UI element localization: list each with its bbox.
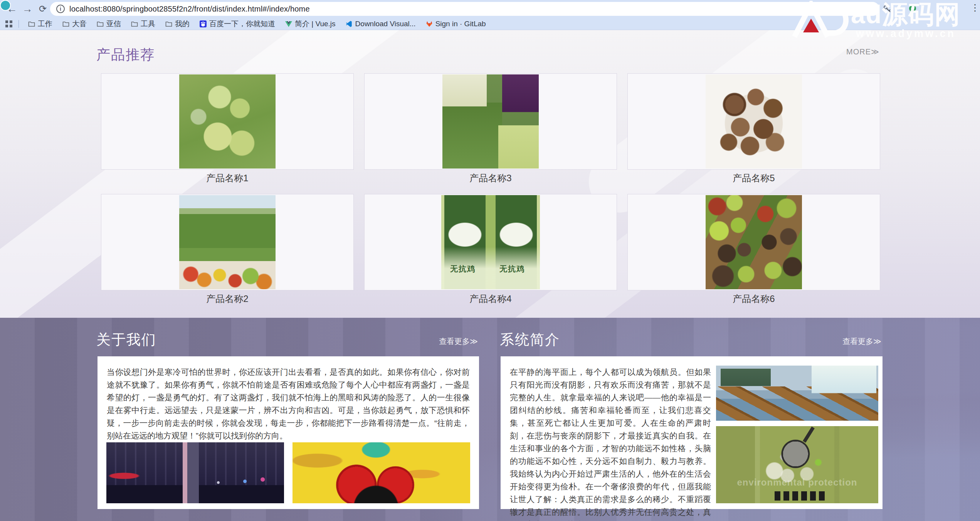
bookmark-label: 简介 | Vue.js: [295, 19, 336, 29]
bookmark-gitlab[interactable]: Sign in · GitLab: [423, 19, 489, 29]
system-body-text: 在平静的海平面上，每个人都可以成为领航员。但如果只有阳光而没有阴影，只有欢乐而没…: [510, 366, 711, 521]
bookmark-folder-yaxin[interactable]: 亚信: [94, 18, 124, 30]
bookmark-label: 大音: [72, 19, 87, 29]
bookmark-vue[interactable]: 简介 | Vue.js: [282, 18, 339, 30]
system-title: 系统简介: [500, 330, 560, 349]
bookmark-label: Download Visual...: [355, 20, 416, 28]
product-name: 产品名称5: [627, 173, 880, 184]
product-card-2[interactable]: 产品名称2: [101, 194, 354, 304]
about-more-link[interactable]: 查看更多≫: [439, 336, 478, 347]
bookmarks-bar: 工作 大音 亚信 工具 我的 百度一下，你就知道 简介 | Vue.js Dow…: [0, 18, 980, 30]
system-panel: 在平静的海平面上，每个人都可以成为领航员。但如果只有阳光而没有阴影，只有欢乐而没…: [501, 356, 883, 509]
product-card-5[interactable]: 产品名称5: [627, 73, 880, 184]
products-section: 产品推荐 MORE≫ 产品名称1 产品名称3 产品名称5 产品名称2 无抗鸡 无…: [0, 30, 980, 318]
bookmark-vscode[interactable]: Download Visual...: [343, 19, 419, 29]
environment-poster-image: environmental protection: [716, 426, 878, 503]
product-name: 产品名称4: [364, 293, 617, 304]
about-images: [106, 442, 470, 503]
site-info-icon[interactable]: i: [56, 5, 65, 13]
bookmark-label: 工作: [38, 19, 52, 29]
product-name: 产品名称3: [364, 173, 617, 184]
password-key-icon[interactable]: [883, 4, 892, 15]
drummer-cartoon-image: [292, 442, 470, 503]
system-images: environmental protection: [716, 366, 878, 503]
folder-icon: [165, 20, 172, 27]
product-card-4[interactable]: 无抗鸡 无抗鸡 产品名称4: [364, 194, 617, 304]
folder-icon: [62, 20, 69, 27]
bookmark-folder-mine[interactable]: 我的: [162, 18, 193, 30]
bookmark-label: 亚信: [106, 19, 121, 29]
menu-kebab-icon[interactable]: ⋮: [970, 2, 978, 13]
baidu-favicon: [200, 20, 207, 27]
products-grid: 产品名称1 产品名称3 产品名称5 产品名称2 无抗鸡 无抗鸡 产品名称4 产品: [101, 73, 880, 304]
bookmark-label: 工具: [141, 19, 155, 29]
vscode-logo-icon: [346, 20, 353, 27]
product-image-melons: [179, 74, 276, 169]
bookmark-folder-tools[interactable]: 工具: [128, 18, 158, 30]
bookmark-label: 百度一下，你就知道: [209, 19, 275, 29]
apps-grid-icon[interactable]: [5, 20, 12, 27]
bookmark-folder-work[interactable]: 工作: [25, 18, 55, 30]
bag-text: 无抗鸡: [499, 264, 525, 274]
product-image-mushrooms: [706, 74, 802, 169]
about-body-text: 当你设想门外是寒冷可怕的世界时，你还应该开门出去看看，是否真的如此。如果你有信心…: [107, 366, 470, 442]
product-name: 产品名称2: [101, 293, 354, 304]
product-image-produce-baskets: [706, 195, 802, 289]
classroom-image: [716, 366, 878, 421]
about-panel: 当你设想门外是寒冷可怕的世界时，你还应该开门出去看看，是否真的如此。如果你有信心…: [97, 356, 479, 509]
product-name: 产品名称6: [627, 293, 880, 304]
product-image-farm-field: [179, 195, 276, 289]
product-card-3[interactable]: 产品名称3: [364, 73, 617, 184]
bookmarks-separator: [18, 20, 19, 28]
product-card-6[interactable]: 产品名称6: [627, 194, 880, 304]
gitlab-logo-icon: [426, 20, 433, 27]
product-image-chicken-bags: 无抗鸡 无抗鸡: [441, 195, 540, 289]
bookmark-label: 我的: [175, 19, 190, 29]
info-section: 关于我们 查看更多≫ 系统简介 查看更多≫ 当你设想门外是寒冷可怕的世界时，你还…: [0, 318, 980, 521]
products-more-link[interactable]: MORE≫: [846, 47, 879, 56]
folder-icon: [97, 20, 104, 27]
folder-icon: [28, 20, 35, 27]
url-text: localhost:8080/springboot2855f2n2/front/…: [69, 5, 310, 13]
product-name: 产品名称1: [101, 173, 354, 184]
reload-button[interactable]: ⟳: [36, 2, 49, 15]
city-night-image: [106, 442, 284, 503]
back-button[interactable]: ←: [5, 2, 18, 15]
poster-text: environmental protection: [716, 477, 878, 488]
about-title: 关于我们: [96, 330, 156, 349]
browser-toolbar: ← → ⟳ i localhost:8080/springboot2855f2n…: [0, 0, 980, 18]
system-more-link[interactable]: 查看更多≫: [842, 336, 881, 347]
bag-text: 无抗鸡: [450, 264, 476, 274]
vue-logo-icon: [285, 20, 292, 27]
extension-icon[interactable]: [908, 4, 917, 15]
forward-button[interactable]: →: [21, 2, 34, 15]
products-title: 产品推荐: [96, 46, 155, 64]
bookmark-label: Sign in · GitLab: [435, 20, 486, 28]
address-bar[interactable]: i localhost:8080/springboot2855f2n2/fron…: [50, 2, 879, 16]
product-card-1[interactable]: 产品名称1: [101, 73, 354, 184]
poster-glyphs: [775, 491, 825, 501]
bookmark-baidu[interactable]: 百度一下，你就知道: [197, 18, 278, 30]
bookmark-folder-dayin[interactable]: 大音: [59, 18, 90, 30]
folder-icon: [131, 20, 138, 27]
product-image-vegetables: [442, 74, 539, 169]
